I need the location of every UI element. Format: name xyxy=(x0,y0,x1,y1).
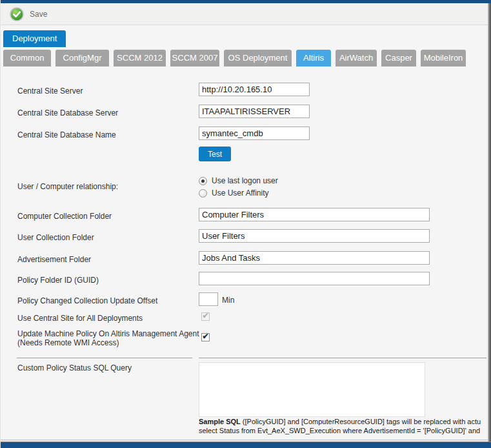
custom-sql-label: Custom Policy Status SQL Query xyxy=(17,364,199,373)
check-icon: ✔ xyxy=(202,311,208,320)
tab-mobileiron[interactable]: MobileIron xyxy=(421,50,466,66)
deployment-settings-window: Save Deployment Common ConfigMgr SCCM 20… xyxy=(0,0,491,448)
central-site-server-label: Central Site Server xyxy=(17,87,199,96)
check-icon: ✔ xyxy=(202,332,208,341)
update-machine-policy-label: Update Machine Policy On Altiris Managem… xyxy=(17,330,199,347)
tab-altiris[interactable]: Altiris xyxy=(296,50,331,66)
tab-configmgr[interactable]: ConfigMgr xyxy=(55,50,109,66)
policy-folder-id-label: Policy Folder ID (GUID) xyxy=(17,276,199,285)
policy-changed-offset-label: Policy Changed Collection Update Offset xyxy=(17,297,199,306)
radio-use-last-logon-user[interactable]: Use last logon user xyxy=(199,176,278,185)
radio-unselected-icon xyxy=(199,189,207,198)
window-bottom-bar xyxy=(1,442,491,448)
use-central-site-label: Use Central Site for All Deployments xyxy=(17,314,199,323)
update-machine-policy-label-line2: (Needs Remote WMI Access) xyxy=(17,338,119,347)
tab-os-deployment[interactable]: OS Deployment xyxy=(224,50,292,66)
advertisement-folder-input[interactable] xyxy=(199,251,430,265)
tab-deployment[interactable]: Deployment xyxy=(3,30,66,47)
central-site-database-server-label: Central Site Database Server xyxy=(17,109,199,118)
policy-folder-id-input[interactable] xyxy=(199,272,430,285)
tab-sccm-2012[interactable]: SCCM 2012 xyxy=(114,50,166,66)
use-central-site-checkbox: ✔ xyxy=(201,312,210,321)
tab-airwatch[interactable]: AirWatch xyxy=(336,50,377,66)
radio-selected-icon xyxy=(199,177,207,185)
save-button[interactable]: Save xyxy=(10,7,47,21)
window-right-border xyxy=(488,3,491,442)
toolbar: Save xyxy=(1,3,488,25)
computer-collection-folder-label: Computer Collection Folder xyxy=(17,212,199,221)
sample-sql-bold: Sample SQL xyxy=(199,418,241,425)
central-site-database-server-input[interactable] xyxy=(199,105,310,118)
update-machine-policy-checkbox[interactable]: ✔ xyxy=(201,333,210,341)
policy-changed-offset-input[interactable] xyxy=(199,292,218,306)
tab-casper[interactable]: Casper xyxy=(381,50,416,66)
sample-sql-line1: Sample SQL ([PolicyGUID] and [ComputerRe… xyxy=(199,418,487,425)
tab-sccm-2007[interactable]: SCCM 2007 xyxy=(170,50,219,66)
update-machine-policy-label-line1: Update Machine Policy On Altiris Managem… xyxy=(17,329,199,338)
user-collection-folder-input[interactable] xyxy=(199,229,430,243)
test-button[interactable]: Test xyxy=(199,147,231,161)
computer-collection-folder-input[interactable] xyxy=(199,208,430,221)
section-divider-left xyxy=(17,358,192,358)
central-site-database-name-input[interactable] xyxy=(199,127,310,140)
user-computer-relationship-label: User / Computer relationship: xyxy=(17,183,199,192)
save-icon xyxy=(10,7,24,21)
user-collection-folder-label: User Collection Folder xyxy=(17,234,199,243)
save-label: Save xyxy=(30,10,47,19)
custom-sql-textarea[interactable] xyxy=(199,362,425,417)
subtab-bar: Common ConfigMgr SCCM 2012 SCCM 2007 OS … xyxy=(3,50,466,66)
advertisement-folder-label: Advertisement Folder xyxy=(17,256,199,265)
tab-common[interactable]: Common xyxy=(3,50,51,66)
min-unit-label: Min xyxy=(222,296,234,305)
radio-use-last-logon-user-label: Use last logon user xyxy=(212,176,278,185)
central-site-database-name-label: Central Site Database Name xyxy=(17,131,199,140)
radio-use-user-affinity[interactable]: Use User Affinity xyxy=(199,188,268,198)
radio-use-user-affinity-label: Use User Affinity xyxy=(212,188,268,198)
central-site-server-input[interactable] xyxy=(199,83,310,96)
sample-sql-line1-rest: ([PolicyGUID] and [ComputerResourceGUID]… xyxy=(241,418,481,425)
section-divider-right xyxy=(199,358,486,358)
sample-sql-line2: select Status from Evt_AeX_SWD_Execution… xyxy=(199,427,487,434)
